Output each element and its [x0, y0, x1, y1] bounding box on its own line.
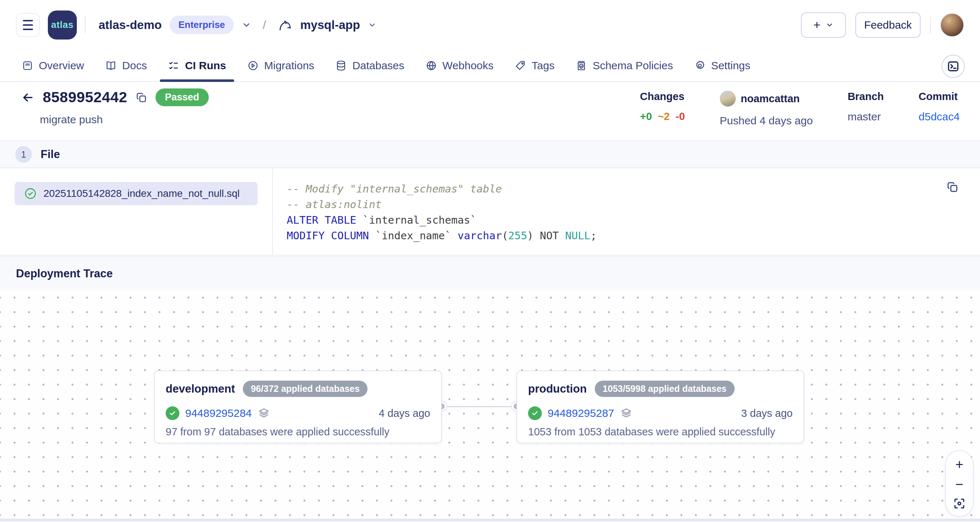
databases-icon [335, 60, 347, 72]
changes-label: Changes [640, 91, 685, 103]
breadcrumb: atlas atlas-demo Enterprise / mysql-app [16, 11, 377, 40]
docs-icon [105, 60, 117, 72]
mysql-icon [278, 18, 292, 32]
sql-code-viewer: -- Modify "internal_schemas" table-- atl… [273, 168, 980, 255]
deploy-success-icon [165, 406, 180, 420]
copy-sql-button[interactable] [946, 180, 959, 194]
tab-settings[interactable]: Settings [694, 50, 750, 81]
bottom-divider [0, 519, 980, 521]
branch-value: master [848, 111, 884, 123]
layers-icon [258, 407, 270, 419]
create-new-button[interactable]: + [801, 12, 846, 38]
commit-link[interactable]: d5dcac4 [919, 111, 960, 123]
top-bar: atlas atlas-demo Enterprise / mysql-app … [0, 0, 980, 50]
project-name[interactable]: mysql-app [300, 18, 360, 32]
branch-column: Branch master [848, 91, 884, 141]
deployment-trace-header: Deployment Trace [0, 256, 980, 290]
deploy-summary: 1053 from 1053 databases were applied su… [528, 426, 792, 438]
zoom-out-button[interactable]: − [955, 477, 963, 491]
layers-icon [620, 407, 632, 419]
divider [85, 17, 86, 33]
migrations-icon [247, 60, 259, 72]
zoom-in-button[interactable]: + [955, 457, 963, 471]
env-card-development[interactable]: development 96/372 applied databases 944… [154, 371, 442, 443]
canvas-zoom-controls: + − [945, 450, 974, 517]
atlas-logo[interactable]: atlas [48, 11, 77, 40]
fit-view-button[interactable] [953, 497, 966, 510]
file-section-header: 1 File [0, 141, 980, 168]
copy-run-id-button[interactable] [135, 91, 148, 103]
menu-button[interactable] [16, 13, 40, 37]
settings-icon [694, 60, 706, 72]
tab-tags[interactable]: Tags [515, 50, 555, 81]
applied-databases-badge: 96/372 applied databases [243, 380, 368, 397]
org-chevron-down-icon[interactable] [242, 20, 251, 30]
schema-policies-icon [576, 60, 587, 72]
copy-icon [135, 91, 148, 103]
webhooks-icon [425, 60, 437, 72]
tab-schema-policies[interactable]: Schema Policies [576, 50, 673, 81]
org-name[interactable]: atlas-demo [99, 18, 162, 32]
commit-column: Commit d5dcac4 [919, 91, 960, 141]
deploy-run-id-link[interactable]: 94489295284 [185, 407, 252, 419]
tab-ci-runs[interactable]: CI Runs [168, 50, 226, 81]
breadcrumb-separator: / [263, 18, 266, 32]
tab-overview[interactable]: Overview [22, 50, 84, 81]
cloud-terminal-button[interactable] [942, 55, 965, 78]
deploy-summary: 97 from 97 databases were applied succes… [165, 426, 430, 438]
file-name: 20251105142828_index_name_not_null.sql [43, 188, 240, 199]
env-card-production[interactable]: production 1053/5998 applied databases 9… [517, 371, 804, 443]
pushed-time: Pushed 4 days ago [720, 115, 813, 127]
changes-added: +0 [640, 111, 652, 123]
chevron-down-icon [826, 21, 834, 29]
deploy-time: 4 days ago [379, 407, 430, 419]
tab-databases[interactable]: Databases [335, 50, 404, 81]
deployment-trace-canvas[interactable]: development 96/372 applied databases 944… [0, 290, 980, 519]
commit-label: Commit [919, 91, 960, 103]
project-chevron-down-icon[interactable] [368, 21, 377, 29]
back-button[interactable] [21, 91, 35, 104]
tab-docs[interactable]: Docs [105, 50, 147, 81]
arrow-left-icon [21, 91, 35, 104]
file-section-label: File [41, 148, 60, 161]
file-passed-check-icon [24, 187, 37, 200]
run-meta: Changes +0 ~2 -0 noamcattan Pushed 4 day… [640, 88, 960, 141]
enterprise-badge: Enterprise [170, 16, 234, 34]
author-name: noamcattan [741, 93, 800, 105]
ci-runs-icon [168, 60, 180, 72]
run-header: 8589952442 Passed migrate push Changes +… [0, 82, 980, 141]
deployment-trace-title: Deployment Trace [16, 267, 113, 280]
changes-removed: -0 [676, 111, 685, 123]
tab-migrations[interactable]: Migrations [247, 50, 314, 81]
terminal-icon [947, 60, 960, 73]
file-list: 20251105142828_index_name_not_null.sql [0, 168, 273, 255]
deploy-success-icon [528, 406, 542, 420]
deploy-run-id-link[interactable]: 94489295287 [547, 407, 614, 419]
deploy-time: 3 days ago [741, 407, 792, 419]
overview-icon [22, 60, 33, 72]
tags-icon [515, 60, 526, 72]
run-subtitle: migrate push [40, 113, 209, 126]
user-avatar[interactable] [940, 13, 964, 37]
changes-column: Changes +0 ~2 -0 [640, 91, 685, 141]
tab-webhooks[interactable]: Webhooks [425, 50, 494, 81]
author-avatar [720, 91, 736, 107]
feedback-button[interactable]: Feedback [855, 12, 921, 38]
branch-label: Branch [848, 91, 884, 103]
file-list-item[interactable]: 20251105142828_index_name_not_null.sql [14, 182, 258, 205]
copy-icon [946, 180, 959, 194]
plus-icon: + [813, 18, 821, 32]
applied-databases-badge: 1053/5998 applied databases [595, 380, 735, 397]
focus-center-icon [953, 497, 966, 510]
status-badge: Passed [156, 88, 209, 106]
file-panel: 20251105142828_index_name_not_null.sql -… [0, 168, 980, 256]
file-count-badge: 1 [15, 146, 32, 163]
env-name: production [528, 382, 587, 395]
divider [930, 17, 931, 33]
author-column: noamcattan Pushed 4 days ago [720, 91, 813, 141]
env-name: development [165, 382, 235, 395]
project-nav: Overview Docs CI Runs Migrations Databas… [0, 50, 980, 82]
run-id: 8589952442 [43, 89, 127, 106]
trace-edge [443, 406, 516, 407]
changes-modified: ~2 [658, 111, 670, 123]
